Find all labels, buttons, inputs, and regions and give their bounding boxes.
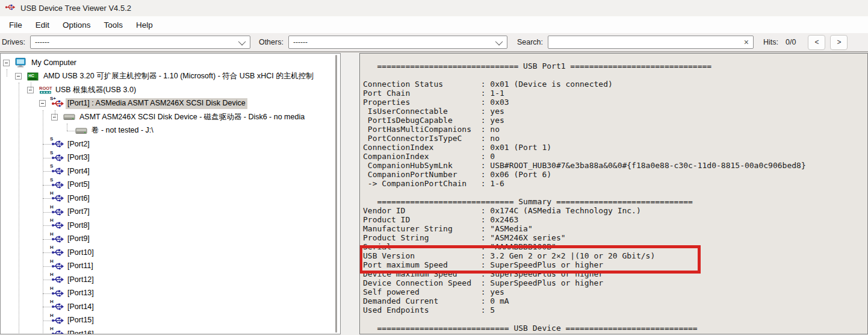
main-content: My ComputerHCAMD USB 3.20 可扩展主机控制器 - 1.1… (0, 52, 868, 335)
clear-search-icon[interactable]: × (740, 37, 753, 47)
tree-connector-line (43, 307, 51, 307)
tree-item-label[interactable]: AMD USB 3.20 可扩展主机控制器 - 1.10 (Microsoft)… (42, 71, 315, 82)
menu-edit[interactable]: Edit (29, 19, 56, 31)
tree-item-port3[interactable]: S[Port3] (1, 151, 334, 165)
tree-item-port10[interactable]: H[Port10] (1, 246, 334, 260)
tree-item-label[interactable]: [Port11] (66, 261, 95, 272)
others-label: Others: (259, 38, 284, 46)
tree-connector-line (43, 239, 51, 240)
volume-icon (75, 126, 88, 136)
search-box[interactable]: × (548, 36, 754, 49)
svg-text:HC: HC (28, 74, 34, 78)
tree-item-label[interactable]: [Port1] : ASMedia ASMT ASM246X SCSI Disk… (66, 98, 247, 109)
collapse-toggle-icon[interactable] (15, 73, 22, 80)
tree-item-volume[interactable]: 卷 - not tested - J:\ (1, 124, 334, 138)
tree-connector-line (43, 110, 43, 334)
tree-connector-line (43, 144, 51, 145)
tree-item-label[interactable]: [Port5] (66, 180, 91, 190)
tree-connector-line (31, 83, 31, 90)
drives-label: Drives: (2, 38, 25, 46)
tree-connector-line (43, 198, 51, 199)
host-controller-icon: HC (27, 72, 40, 81)
speed-badge: H (50, 191, 54, 196)
tree-item-port1[interactable]: S+[Port1] : ASMedia ASMT ASM246X SCSI Di… (1, 97, 334, 111)
tree-item-label[interactable]: [Port12] (66, 274, 96, 285)
menu-file[interactable]: File (2, 19, 29, 31)
tree-item-label[interactable]: [Port3] (66, 152, 91, 163)
tree-item-port7[interactable]: H[Port7] (1, 205, 334, 219)
tree-item-port12[interactable]: H[Port12] (1, 273, 334, 287)
others-dropdown[interactable]: ------ (288, 36, 507, 49)
tree-item-label[interactable]: ASMT ASM246X SCSI Disk Device - 磁盘驱动器 - … (78, 111, 306, 122)
tree-item-port14[interactable]: H[Port14] (1, 300, 334, 314)
tree-item-my-computer[interactable]: My Computer (1, 56, 334, 70)
tree-item-label[interactable]: [Port7] (66, 207, 91, 218)
tree-connector-line (7, 69, 7, 77)
usb-port-icon: H (51, 221, 64, 230)
tree-item-port4[interactable]: S[Port4] (1, 164, 334, 178)
tree-scrollbar[interactable] (335, 55, 337, 333)
tree-item-port9[interactable]: H[Port9] (1, 233, 334, 246)
chevron-down-icon[interactable] (495, 37, 503, 45)
tree-item-label[interactable]: [Port8] (66, 220, 91, 231)
speed-badge: H (50, 259, 54, 264)
next-hit-button[interactable]: > (830, 35, 848, 50)
tree-connector-line (67, 131, 75, 131)
tree-item-label[interactable]: [Port14] (66, 301, 96, 312)
speed-badge: H (50, 327, 54, 331)
speed-badge: H (50, 286, 54, 291)
tree-item-host-controller[interactable]: HCAMD USB 3.20 可扩展主机控制器 - 1.10 (Microsof… (1, 70, 334, 84)
tree-item-root-hub[interactable]: ROOTUSB 根集线器(USB 3.0) (1, 83, 334, 97)
collapse-toggle-icon[interactable] (39, 100, 46, 107)
speed-badge: S (50, 178, 53, 183)
device-tree-panel[interactable]: My ComputerHCAMD USB 3.20 可扩展主机控制器 - 1.1… (0, 53, 341, 334)
tree-item-port15[interactable]: H[Port15] (1, 314, 334, 328)
tree-item-label[interactable]: 卷 - not tested - J:\ (90, 125, 155, 136)
hits-label: Hits: (763, 38, 778, 46)
tree-item-label[interactable]: USB 根集线器(USB 3.0) (54, 84, 138, 95)
device-info-text: ============================== USB Port1… (360, 54, 867, 334)
menu-bar: FileEditOptionsToolsHelp (0, 16, 868, 33)
speed-badge: H (50, 272, 54, 277)
tree-item-port6[interactable]: H[Port6] (1, 192, 334, 205)
tree-item-port2[interactable]: S[Port2] (1, 137, 334, 151)
tree-item-port11[interactable]: H[Port11] (1, 260, 334, 274)
search-label: Search: (517, 38, 543, 46)
tree-item-label[interactable]: [Port6] (66, 193, 91, 204)
speed-badge: H (50, 313, 54, 318)
tree-item-label[interactable]: [Port16] (66, 328, 96, 334)
tree-item-port8[interactable]: H[Port8] (1, 219, 334, 233)
tree-connector-line (67, 124, 67, 131)
usb-port-icon: S (51, 166, 64, 176)
tree-connector-line (55, 110, 55, 117)
menu-tools[interactable]: Tools (98, 19, 130, 31)
usb-device-icon: S+ (51, 99, 64, 108)
drives-dropdown[interactable]: ------ (30, 36, 250, 49)
menu-options[interactable]: Options (56, 19, 98, 31)
tree-item-label[interactable]: [Port10] (66, 247, 96, 258)
usb-port-icon: H (51, 302, 64, 312)
tree-connector-line (43, 293, 51, 294)
search-input[interactable] (548, 37, 740, 48)
tree-item-port16[interactable]: H[Port16] (1, 327, 334, 334)
tree-item-label[interactable]: [Port13] (66, 288, 96, 299)
usb-port-icon: H (51, 234, 64, 244)
collapse-toggle-icon[interactable] (3, 60, 10, 66)
chevron-down-icon[interactable] (238, 37, 246, 45)
tree-item-port5[interactable]: S[Port5] (1, 178, 334, 192)
usb-port-icon: S (51, 180, 64, 190)
tree-item-label[interactable]: My Computer (29, 57, 78, 68)
tree-item-label[interactable]: [Port15] (66, 315, 96, 326)
tree-connector-line (43, 158, 51, 158)
others-dropdown-value: ------ (293, 38, 308, 46)
tree-item-port13[interactable]: H[Port13] (1, 287, 334, 301)
tree-item-label[interactable]: [Port2] (66, 139, 91, 149)
tree-connector-line (43, 266, 51, 267)
menu-help[interactable]: Help (129, 19, 160, 31)
tree-item-label[interactable]: [Port4] (66, 166, 91, 177)
previous-hit-button[interactable]: < (808, 35, 825, 50)
speed-badge: S (50, 137, 53, 142)
tree-item-label[interactable]: [Port9] (66, 234, 91, 245)
tree-item-disk-device[interactable]: ASMT ASM246X SCSI Disk Device - 磁盘驱动器 - … (1, 110, 334, 124)
speed-badge: H (50, 299, 54, 304)
